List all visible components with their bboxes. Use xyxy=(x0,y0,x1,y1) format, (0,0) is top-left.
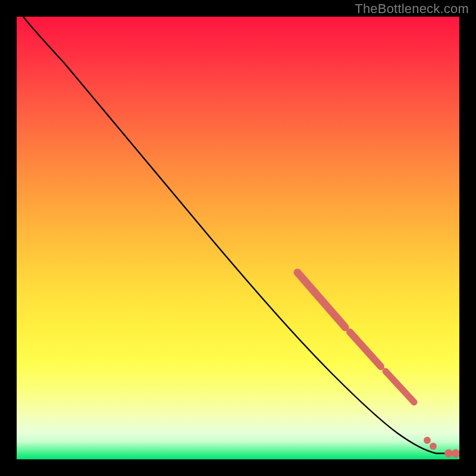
plot-gradient-background xyxy=(17,17,459,459)
chart-stage: TheBottleneck.com xyxy=(0,0,476,476)
watermark-text: TheBottleneck.com xyxy=(355,1,469,17)
